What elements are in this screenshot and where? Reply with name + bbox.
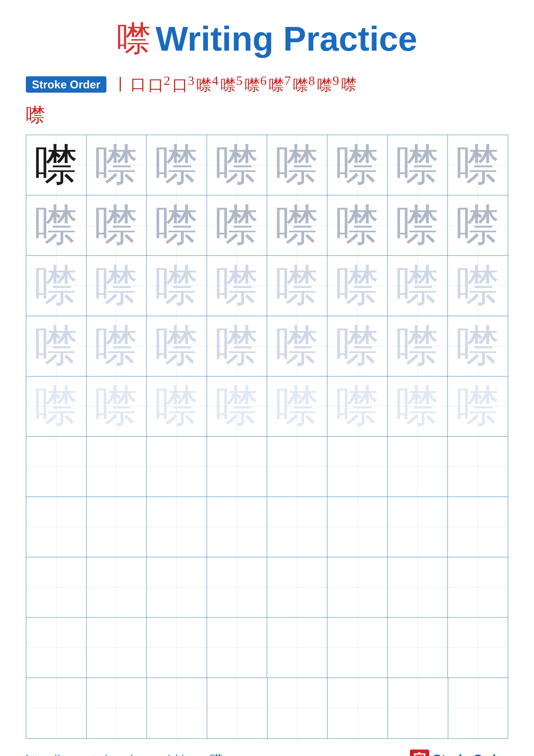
grid-cell-2-4[interactable]: 噤: [207, 196, 267, 256]
grid-cell-4-3[interactable]: 噤: [147, 316, 207, 376]
grid-cell-5-4[interactable]: 噤: [207, 376, 267, 436]
grid-cell-5-2[interactable]: 噤: [87, 376, 147, 436]
grid-cell-10-2[interactable]: [87, 678, 147, 738]
grid-cell-9-5[interactable]: [267, 618, 327, 678]
grid-cell-1-3[interactable]: 噤: [147, 135, 207, 195]
grid-cell-10-8[interactable]: [448, 678, 509, 738]
grid-cell-10-1[interactable]: [26, 678, 87, 738]
practice-char: 噤: [155, 264, 198, 308]
grid-cell-3-1[interactable]: 噤: [26, 256, 87, 316]
grid-cell-5-7[interactable]: 噤: [388, 376, 448, 436]
grid-cell-7-4[interactable]: [207, 497, 267, 557]
grid-cell-4-1[interactable]: 噤: [26, 316, 87, 376]
grid-cell-8-8[interactable]: [448, 557, 508, 617]
grid-cell-7-1[interactable]: [26, 497, 87, 557]
grid-cell-9-4[interactable]: [207, 618, 267, 678]
title-section: 噤 Writing Practice: [117, 21, 417, 56]
grid-cell-9-6[interactable]: [327, 618, 388, 678]
grid-cell-9-1[interactable]: [26, 618, 87, 678]
grid-cell-7-7[interactable]: [388, 497, 448, 557]
grid-cell-1-8[interactable]: 噤: [448, 135, 508, 195]
grid-cell-1-1[interactable]: 噤: [26, 135, 87, 195]
grid-cell-7-5[interactable]: [267, 497, 327, 557]
grid-cell-6-4[interactable]: [207, 437, 267, 497]
grid-cell-4-2[interactable]: 噤: [87, 316, 147, 376]
stroke-char-9: 噤8: [293, 73, 315, 95]
grid-cell-2-1[interactable]: 噤: [26, 196, 87, 256]
practice-char: 噤: [275, 324, 319, 368]
grid-cell-3-5[interactable]: 噤: [267, 256, 327, 316]
grid-cell-8-3[interactable]: [147, 557, 207, 617]
grid-row-6: [26, 437, 508, 497]
grid-cell-4-8[interactable]: 噤: [448, 316, 508, 376]
grid-cell-10-6[interactable]: [328, 678, 388, 738]
practice-char: 噤: [35, 264, 78, 308]
grid-cell-1-2[interactable]: 噤: [87, 135, 147, 195]
grid-cell-3-2[interactable]: 噤: [87, 256, 147, 316]
practice-grid[interactable]: 噤 噤 噤 噤 噤 噤 噤 噤: [26, 135, 508, 739]
grid-cell-3-4[interactable]: 噤: [207, 256, 267, 316]
grid-cell-10-3[interactable]: [147, 678, 207, 738]
grid-cell-8-7[interactable]: [388, 557, 448, 617]
grid-cell-9-3[interactable]: [147, 618, 207, 678]
practice-char: 噤: [94, 264, 138, 308]
grid-cell-4-5[interactable]: 噤: [267, 316, 327, 376]
grid-cell-4-4[interactable]: 噤: [207, 316, 267, 376]
practice-char: 噤: [35, 143, 78, 187]
stroke-char-1: 丨: [113, 74, 128, 95]
grid-cell-2-2[interactable]: 噤: [87, 196, 147, 256]
grid-cell-9-2[interactable]: [87, 618, 147, 678]
footer-url[interactable]: https://www.strokeorder.com/chinese/噤: [26, 752, 222, 756]
grid-cell-8-4[interactable]: [207, 557, 267, 617]
grid-cell-1-6[interactable]: 噤: [327, 135, 388, 195]
grid-cell-5-6[interactable]: 噤: [327, 376, 388, 436]
grid-cell-8-6[interactable]: [327, 557, 388, 617]
grid-cell-7-8[interactable]: [448, 497, 508, 557]
grid-cell-5-5[interactable]: 噤: [267, 376, 327, 436]
grid-cell-9-8[interactable]: [448, 618, 508, 678]
grid-cell-3-7[interactable]: 噤: [388, 256, 448, 316]
grid-cell-6-1[interactable]: [26, 437, 87, 497]
grid-cell-6-7[interactable]: [388, 437, 448, 497]
practice-char: 噤: [396, 143, 439, 187]
grid-cell-4-6[interactable]: 噤: [327, 316, 388, 376]
grid-cell-2-6[interactable]: 噤: [327, 196, 388, 256]
grid-cell-8-5[interactable]: [267, 557, 327, 617]
grid-cell-5-8[interactable]: 噤: [448, 376, 508, 436]
grid-cell-2-5[interactable]: 噤: [267, 196, 327, 256]
grid-cell-7-6[interactable]: [327, 497, 388, 557]
grid-cell-5-3[interactable]: 噤: [147, 376, 207, 436]
grid-cell-3-3[interactable]: 噤: [147, 256, 207, 316]
grid-cell-8-2[interactable]: [87, 557, 147, 617]
grid-cell-3-6[interactable]: 噤: [327, 256, 388, 316]
grid-cell-6-3[interactable]: [147, 437, 207, 497]
grid-cell-7-3[interactable]: [147, 497, 207, 557]
grid-cell-9-7[interactable]: [388, 618, 448, 678]
grid-cell-8-1[interactable]: [26, 557, 87, 617]
stroke-char-5: 噤4: [196, 73, 218, 95]
grid-cell-2-8[interactable]: 噤: [448, 196, 508, 256]
grid-cell-4-7[interactable]: 噤: [388, 316, 448, 376]
grid-cell-7-2[interactable]: [87, 497, 147, 557]
grid-cell-3-8[interactable]: 噤: [448, 256, 508, 316]
practice-char: 噤: [396, 264, 439, 308]
grid-cell-6-8[interactable]: [448, 437, 508, 497]
grid-row-9: [26, 618, 508, 678]
grid-cell-5-1[interactable]: 噤: [26, 376, 87, 436]
grid-cell-6-5[interactable]: [267, 437, 327, 497]
grid-cell-10-4[interactable]: [207, 678, 267, 738]
title-english-text: Writing Practice: [156, 21, 417, 56]
practice-char: 噤: [336, 324, 379, 368]
grid-cell-1-5[interactable]: 噤: [267, 135, 327, 195]
grid-cell-1-7[interactable]: 噤: [388, 135, 448, 195]
footer-logo-order: Order: [473, 752, 508, 756]
grid-cell-10-7[interactable]: [388, 678, 448, 738]
grid-cell-1-4[interactable]: 噤: [207, 135, 267, 195]
grid-cell-10-5[interactable]: [267, 678, 328, 738]
grid-cell-6-6[interactable]: [327, 437, 388, 497]
grid-cell-2-7[interactable]: 噤: [388, 196, 448, 256]
grid-row-2: 噤 噤 噤 噤 噤 噤 噤 噤: [26, 196, 508, 256]
practice-char: 噤: [396, 385, 439, 428]
grid-cell-6-2[interactable]: [87, 437, 147, 497]
grid-cell-2-3[interactable]: 噤: [147, 196, 207, 256]
